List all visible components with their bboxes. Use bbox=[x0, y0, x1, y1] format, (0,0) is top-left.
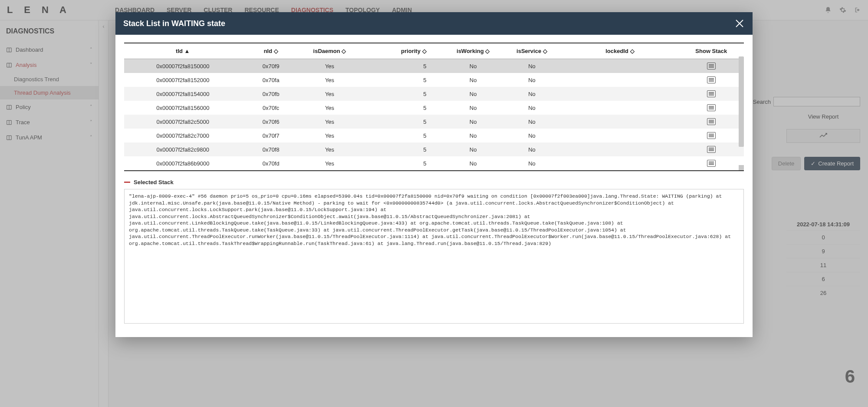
cell: Yes bbox=[300, 115, 359, 129]
cell-action bbox=[679, 73, 744, 87]
cell: 5 bbox=[359, 59, 444, 73]
col-show-stack[interactable]: Show Stack bbox=[679, 43, 744, 59]
cell: Yes bbox=[300, 87, 359, 101]
cell bbox=[561, 156, 679, 170]
show-stack-icon[interactable] bbox=[707, 76, 716, 83]
cell bbox=[561, 59, 679, 73]
cell: Yes bbox=[300, 156, 359, 170]
cell: 0x70f7 bbox=[242, 129, 300, 142]
modal: Stack List in WAITING state tId ▲nId ◇is… bbox=[115, 12, 753, 337]
cell: 0x70fc bbox=[242, 101, 300, 115]
cell: 0x00007f2fa82c9800 bbox=[124, 142, 242, 156]
cell bbox=[561, 73, 679, 87]
table-row[interactable]: 0x00007f2fa82c70000x70f7Yes5NoNo bbox=[124, 129, 744, 142]
table-row[interactable]: 0x00007f2fa81520000x70faYes5NoNo bbox=[124, 73, 744, 87]
cell: No bbox=[444, 87, 503, 101]
show-stack-icon[interactable] bbox=[707, 90, 716, 97]
cell-action bbox=[679, 115, 744, 129]
col-isdaemon[interactable]: isDaemon ◇ bbox=[300, 43, 359, 59]
cell: No bbox=[444, 59, 503, 73]
cell: No bbox=[444, 156, 503, 170]
col-lockedid[interactable]: lockedId ◇ bbox=[561, 43, 679, 59]
cell: No bbox=[444, 142, 503, 156]
cell: 0x00007f2fa8150000 bbox=[124, 59, 242, 73]
modal-overlay: Stack List in WAITING state tId ▲nId ◇is… bbox=[0, 0, 868, 407]
sort-icon: ◇ bbox=[484, 48, 490, 54]
cell: No bbox=[503, 156, 561, 170]
cell bbox=[561, 115, 679, 129]
cell: Yes bbox=[300, 129, 359, 142]
cell: 0x00007f2fa8154000 bbox=[124, 87, 242, 101]
col-label: lockedId bbox=[605, 48, 628, 54]
cell: 0x70fa bbox=[242, 73, 300, 87]
cell: Yes bbox=[300, 142, 359, 156]
cell: No bbox=[444, 101, 503, 115]
cell: 5 bbox=[359, 156, 444, 170]
cell: No bbox=[503, 142, 561, 156]
cell: No bbox=[444, 115, 503, 129]
cell: 0x00007f2fa82c7000 bbox=[124, 129, 242, 142]
cell-action bbox=[679, 156, 744, 170]
sort-icon: ◇ bbox=[628, 48, 635, 54]
cell: No bbox=[444, 73, 503, 87]
cell: No bbox=[503, 59, 561, 73]
col-label: isDaemon bbox=[313, 48, 340, 54]
sort-icon: ▲ bbox=[183, 48, 190, 54]
show-stack-icon[interactable] bbox=[707, 118, 716, 125]
cell: 5 bbox=[359, 101, 444, 115]
show-stack-icon[interactable] bbox=[707, 104, 716, 111]
table-row[interactable]: 0x00007f2fa86b90000x70fdYes5NoNo bbox=[124, 156, 744, 170]
col-label: isService bbox=[516, 48, 541, 54]
cell: No bbox=[503, 115, 561, 129]
close-icon[interactable] bbox=[734, 18, 745, 29]
cell: 5 bbox=[359, 87, 444, 101]
cell: 0x00007f2fa8156000 bbox=[124, 101, 242, 115]
scrollbar-corner bbox=[739, 165, 744, 170]
cell: 5 bbox=[359, 129, 444, 142]
section-dash-icon bbox=[124, 182, 130, 183]
cell: No bbox=[503, 129, 561, 142]
table-row[interactable]: 0x00007f2fa82c98000x70f8Yes5NoNo bbox=[124, 142, 744, 156]
show-stack-icon[interactable] bbox=[707, 146, 716, 153]
show-stack-icon[interactable] bbox=[707, 160, 716, 167]
modal-title: Stack List in WAITING state bbox=[123, 19, 225, 28]
sort-icon: ◇ bbox=[272, 48, 278, 54]
cell: 5 bbox=[359, 73, 444, 87]
cell bbox=[561, 142, 679, 156]
sort-icon: ◇ bbox=[340, 48, 346, 54]
sort-icon: ◇ bbox=[421, 48, 427, 54]
cell bbox=[561, 101, 679, 115]
scrollbar[interactable] bbox=[739, 56, 744, 147]
cell: No bbox=[503, 73, 561, 87]
cell: 0x70f9 bbox=[242, 59, 300, 73]
cell: 0x70f8 bbox=[242, 142, 300, 156]
table-row[interactable]: 0x00007f2fa82c50000x70f6Yes5NoNo bbox=[124, 115, 744, 129]
cell bbox=[561, 129, 679, 142]
stack-textarea[interactable] bbox=[124, 189, 744, 324]
table-row[interactable]: 0x00007f2fa81500000x70f9Yes5NoNo bbox=[124, 59, 744, 73]
cell: 0x00007f2fa8152000 bbox=[124, 73, 242, 87]
col-label: tId bbox=[176, 48, 183, 54]
col-isservice[interactable]: isService ◇ bbox=[503, 43, 561, 59]
table-row[interactable]: 0x00007f2fa81560000x70fcYes5NoNo bbox=[124, 101, 744, 115]
col-nid[interactable]: nId ◇ bbox=[242, 43, 300, 59]
col-label: Show Stack bbox=[695, 48, 727, 54]
table-row[interactable]: 0x00007f2fa81540000x70fbYes5NoNo bbox=[124, 87, 744, 101]
cell: No bbox=[503, 87, 561, 101]
cell: 5 bbox=[359, 142, 444, 156]
show-stack-icon[interactable] bbox=[707, 63, 716, 69]
cell: Yes bbox=[300, 101, 359, 115]
col-label: isWorking bbox=[457, 48, 484, 54]
col-priority[interactable]: priority ◇ bbox=[359, 43, 444, 59]
col-label: priority bbox=[401, 48, 421, 54]
cell: Yes bbox=[300, 73, 359, 87]
col-isworking[interactable]: isWorking ◇ bbox=[444, 43, 503, 59]
stack-table: tId ▲nId ◇isDaemon ◇priority ◇isWorking … bbox=[124, 43, 744, 170]
cell bbox=[561, 87, 679, 101]
col-label: nId bbox=[264, 48, 273, 54]
cell: 0x70fd bbox=[242, 156, 300, 170]
cell: 0x70f6 bbox=[242, 115, 300, 129]
show-stack-icon[interactable] bbox=[707, 132, 716, 139]
cell-action bbox=[679, 142, 744, 156]
col-tid[interactable]: tId ▲ bbox=[124, 43, 242, 59]
